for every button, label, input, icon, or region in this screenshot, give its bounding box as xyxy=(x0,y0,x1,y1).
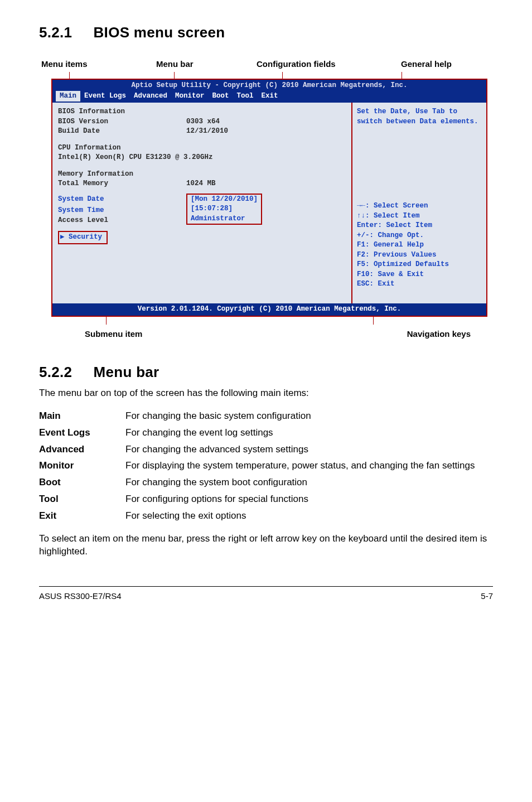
help-line-2: switch between Data elements. xyxy=(357,117,482,127)
mb-val: For changing the advanced system setting… xyxy=(125,441,493,458)
menubar-table: MainFor changing the basic system config… xyxy=(39,408,493,524)
table-row: MonitorFor displaying the system tempera… xyxy=(39,457,493,474)
tab-exit[interactable]: Exit xyxy=(258,91,282,102)
nav-hint: +/-: Change Opt. xyxy=(357,231,482,241)
table-row: AdvancedFor changing the advanced system… xyxy=(39,441,493,458)
label-submenu-item: Submenu item xyxy=(51,328,274,340)
tab-advanced[interactable]: Advanced xyxy=(130,91,171,102)
memory-info-heading: Memory Information xyxy=(58,170,346,180)
tab-monitor[interactable]: Monitor xyxy=(171,91,209,102)
bios-header: Aptio Setup Utility - Copyright (C) 2010… xyxy=(52,80,486,103)
mb-key: Event Logs xyxy=(39,424,125,441)
footer-left: ASUS RS300-E7/RS4 xyxy=(39,590,122,602)
table-row: ExitFor selecting the exit options xyxy=(39,508,493,524)
section-number: 5.2.2 xyxy=(39,362,89,382)
mb-val: For displaying the system temperature, p… xyxy=(125,457,493,474)
cpu-model: Intel(R) Xeon(R) CPU E31230 @ 3.20GHz xyxy=(58,153,346,163)
tab-event-logs[interactable]: Event Logs xyxy=(80,91,130,102)
help-line-1: Set the Date, Use Tab to xyxy=(357,107,482,117)
mb-val: For selecting the exit options xyxy=(125,508,493,524)
mb-key: Monitor xyxy=(39,457,125,474)
bios-window: Aptio Setup Utility - Copyright (C) 2010… xyxy=(51,79,487,317)
bios-footer: Version 2.01.1204. Copyright (C) 2010 Am… xyxy=(52,303,486,316)
mb-key: Main xyxy=(39,408,125,424)
mb-key: Boot xyxy=(39,474,125,491)
bios-info-heading: BIOS Information xyxy=(58,107,346,117)
total-memory-key: Total Memory xyxy=(58,179,186,189)
mb-key: Tool xyxy=(39,491,125,508)
bios-version-val: 0303 x64 xyxy=(186,117,220,127)
nav-hint: ↑↓: Select Item xyxy=(357,211,482,221)
system-time-val[interactable]: [15:07:28] xyxy=(191,205,233,212)
nav-hint: F5: Optimized Defaults xyxy=(357,260,482,270)
mb-val: For changing the basic system configurat… xyxy=(125,408,493,424)
cpu-info-heading: CPU Information xyxy=(58,143,346,153)
nav-hint: →←: Select Screen xyxy=(357,201,482,211)
bios-utility-title: Aptio Setup Utility - Copyright (C) 2010… xyxy=(56,81,483,91)
bios-body: BIOS Information BIOS Version0303 x64 Bu… xyxy=(52,103,486,303)
label-menu-bar: Menu bar xyxy=(156,58,257,70)
callout-lines-bottom xyxy=(51,317,493,325)
mb-val: For configuring options for special func… xyxy=(125,491,493,508)
nav-hint: Enter: Select Item xyxy=(357,221,482,231)
table-row: BootFor changing the system boot configu… xyxy=(39,474,493,491)
closing-paragraph: To select an item on the menu bar, press… xyxy=(39,532,493,559)
menubar-intro: The menu bar on top of the screen has th… xyxy=(39,386,493,400)
bios-left-pane: BIOS Information BIOS Version0303 x64 Bu… xyxy=(52,103,352,303)
tab-boot[interactable]: Boot xyxy=(209,91,233,102)
table-row: Event LogsFor changing the event log set… xyxy=(39,424,493,441)
callout-lines-top xyxy=(39,72,493,79)
section-title: Menu bar xyxy=(94,364,159,380)
nav-hint: F1: General Help xyxy=(357,240,482,250)
total-memory-val: 1024 MB xyxy=(186,179,216,189)
tab-tool[interactable]: Tool xyxy=(233,91,258,102)
mb-val: For changing the event log settings xyxy=(125,424,493,441)
nav-hint: F10: Save & Exit xyxy=(357,270,482,280)
label-config-fields: Configuration fields xyxy=(257,58,360,70)
label-menu-items: Menu items xyxy=(39,58,156,70)
bios-tabs: Main Event Logs Advanced Monitor Boot To… xyxy=(56,91,483,102)
build-date-key: Build Date xyxy=(58,127,186,137)
bios-version-key: BIOS Version xyxy=(58,117,186,127)
label-general-help: General help xyxy=(360,58,493,70)
nav-hint: F2: Previous Values xyxy=(357,250,482,260)
config-fields-box: [Mon 12/20/2010] [15:07:28] Administrato… xyxy=(186,194,262,225)
submenu-security[interactable]: ▶ Security xyxy=(58,231,108,244)
mb-key: Exit xyxy=(39,508,125,524)
mb-val: For changing the system boot configurati… xyxy=(125,474,493,491)
table-row: ToolFor configuring options for special … xyxy=(39,491,493,508)
page-footer: ASUS RS300-E7/RS4 5-7 xyxy=(39,586,493,602)
tab-main[interactable]: Main xyxy=(56,91,80,102)
access-level-val: Administrator xyxy=(191,215,245,223)
diagram-top-labels: Menu items Menu bar Configuration fields… xyxy=(39,58,493,70)
access-level-key: Access Level xyxy=(58,216,186,226)
section-title: BIOS menu screen xyxy=(94,24,225,41)
mb-key: Advanced xyxy=(39,441,125,458)
section-heading-522: 5.2.2 Menu bar xyxy=(39,362,493,382)
system-date-val[interactable]: [Mon 12/20/2010] xyxy=(191,195,258,203)
label-navigation-keys: Navigation keys xyxy=(274,328,493,340)
section-number: 5.2.1 xyxy=(39,22,89,42)
table-row: MainFor changing the basic system config… xyxy=(39,408,493,424)
bios-right-pane: Set the Date, Use Tab to switch between … xyxy=(352,103,486,303)
bios-diagram: Menu items Menu bar Configuration fields… xyxy=(39,58,493,340)
section-heading-521: 5.2.1 BIOS menu screen xyxy=(39,22,493,42)
diagram-bottom-labels: Submenu item Navigation keys xyxy=(51,328,493,340)
footer-right: 5-7 xyxy=(481,590,493,602)
system-time-key[interactable]: System Time xyxy=(58,206,186,216)
build-date-val: 12/31/2010 xyxy=(186,127,228,137)
nav-hint: ESC: Exit xyxy=(357,279,482,289)
